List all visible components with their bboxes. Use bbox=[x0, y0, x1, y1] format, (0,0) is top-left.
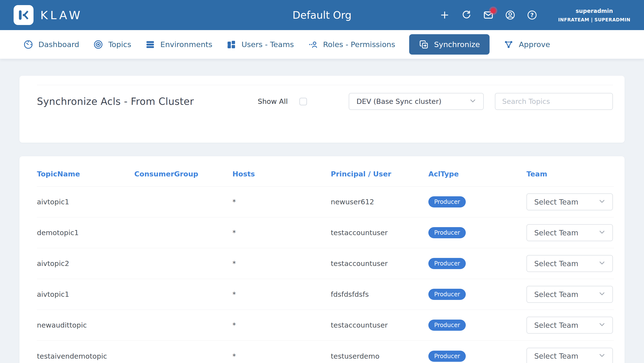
profile-icon[interactable] bbox=[504, 9, 516, 21]
cell-team: Select Team bbox=[526, 348, 614, 363]
topbar-actions: ? superadmin INFRATEAM | SUPERADMIN bbox=[439, 8, 630, 22]
table-row: aivtopic1 * fdsfdsfdsfs Producer Select … bbox=[37, 279, 614, 310]
team-select[interactable]: Select Team bbox=[526, 193, 613, 210]
cell-hosts: * bbox=[232, 321, 331, 329]
refresh-icon[interactable] bbox=[461, 9, 472, 21]
user-role: INFRATEAM | SUPERADMIN bbox=[558, 17, 630, 22]
sync-toolbar-card: Synchronize Acls - From Cluster Show All… bbox=[20, 76, 624, 143]
team-select-value: Select Team bbox=[534, 229, 578, 237]
chevron-down-icon bbox=[598, 259, 606, 269]
team-select-value: Select Team bbox=[534, 198, 578, 206]
nav-label: Synchronize bbox=[434, 40, 480, 49]
roles-permissions-icon bbox=[308, 39, 318, 49]
cell-hosts: * bbox=[232, 198, 331, 206]
col-topic-name: TopicName bbox=[37, 170, 134, 178]
cell-team: Select Team bbox=[526, 286, 614, 303]
acl-type-badge: Producer bbox=[428, 227, 466, 238]
nav-item-users-teams[interactable]: Users - Teams bbox=[226, 39, 294, 49]
acl-type-badge: Producer bbox=[428, 258, 466, 269]
nav-item-approve[interactable]: Approve bbox=[504, 39, 550, 49]
cell-principal: testaccountuser bbox=[331, 259, 428, 268]
cluster-select-value: DEV (Base Sync cluster) bbox=[356, 97, 442, 105]
nav-item-environments[interactable]: Environments bbox=[145, 39, 212, 49]
cell-hosts: * bbox=[232, 259, 331, 268]
cell-hosts: * bbox=[232, 229, 331, 237]
acl-table-card: TopicName ConsumerGroup Hosts Principal … bbox=[20, 156, 624, 363]
nav-label: Users - Teams bbox=[242, 40, 294, 49]
table-row: aivtopic2 * testaccountuser Producer Sel… bbox=[37, 248, 614, 279]
nav-item-roles-permissions[interactable]: Roles - Permissions bbox=[308, 39, 395, 49]
cell-principal: testaccountuser bbox=[331, 321, 428, 329]
nav-label: Topics bbox=[108, 40, 131, 49]
nav-label: Environments bbox=[160, 40, 212, 49]
show-all-checkbox[interactable] bbox=[300, 98, 307, 105]
svg-text:?: ? bbox=[530, 12, 534, 18]
topics-icon bbox=[93, 39, 103, 49]
table-header-row: TopicName ConsumerGroup Hosts Principal … bbox=[37, 170, 614, 187]
team-select[interactable]: Select Team bbox=[526, 317, 613, 334]
cell-acl-type: Producer bbox=[428, 258, 526, 269]
user-block[interactable]: superadmin INFRATEAM | SUPERADMIN bbox=[558, 8, 630, 22]
cell-acl-type: Producer bbox=[428, 320, 526, 331]
cluster-select[interactable]: DEV (Base Sync cluster) bbox=[349, 93, 484, 110]
col-acl-type: AclType bbox=[428, 170, 526, 178]
brand: KLAW bbox=[14, 5, 82, 25]
chevron-down-icon bbox=[598, 197, 606, 207]
add-icon[interactable] bbox=[439, 9, 450, 21]
team-select-value: Select Team bbox=[534, 352, 578, 360]
team-select[interactable]: Select Team bbox=[526, 255, 613, 272]
users-teams-icon bbox=[226, 39, 236, 49]
team-select-value: Select Team bbox=[534, 290, 578, 299]
cell-acl-type: Producer bbox=[428, 227, 526, 238]
acl-type-badge: Producer bbox=[428, 351, 466, 362]
notification-badge bbox=[489, 6, 497, 15]
team-select[interactable]: Select Team bbox=[526, 286, 613, 303]
mail-icon[interactable] bbox=[483, 9, 494, 21]
team-select[interactable]: Select Team bbox=[526, 224, 613, 241]
top-header: KLAW Default Org bbox=[0, 0, 644, 30]
nav-item-dashboard[interactable]: Dashboard bbox=[23, 39, 79, 49]
cell-principal: fdsfdsfdsfs bbox=[331, 290, 428, 299]
klaw-logo-icon[interactable] bbox=[14, 5, 34, 25]
chevron-down-icon bbox=[469, 97, 477, 106]
cell-topic-name: aivtopic2 bbox=[37, 259, 134, 268]
cell-principal: testaccountuser bbox=[331, 229, 428, 237]
col-principal: Principal / User bbox=[331, 170, 428, 178]
table-row: aivtopic1 * newuser612 Producer Select T… bbox=[37, 187, 614, 217]
cell-acl-type: Producer bbox=[428, 289, 526, 300]
acl-type-badge: Producer bbox=[428, 289, 466, 300]
nav-label: Dashboard bbox=[38, 40, 79, 49]
nav-label: Roles - Permissions bbox=[323, 40, 395, 49]
col-team: Team bbox=[526, 170, 614, 178]
cell-topic-name: testaivendemotopic bbox=[37, 352, 134, 360]
brand-name: KLAW bbox=[40, 8, 82, 22]
cell-topic-name: demotopic1 bbox=[37, 229, 134, 237]
main-nav: Dashboard Topics Environments bbox=[0, 30, 644, 59]
cell-topic-name: aivtopic1 bbox=[37, 290, 134, 299]
chevron-down-icon bbox=[598, 351, 606, 361]
page-title: Synchronize Acls - From Cluster bbox=[37, 96, 258, 107]
nav-item-topics[interactable]: Topics bbox=[93, 39, 131, 49]
cell-principal: newuser612 bbox=[331, 198, 428, 206]
team-select[interactable]: Select Team bbox=[526, 348, 613, 363]
chevron-down-icon bbox=[598, 320, 606, 330]
chevron-down-icon bbox=[598, 228, 606, 238]
nav-item-synchronize[interactable]: Synchronize bbox=[409, 34, 490, 55]
cell-topic-name: aivtopic1 bbox=[37, 198, 134, 206]
environments-icon bbox=[145, 39, 155, 49]
show-all-group: Show All bbox=[258, 97, 307, 105]
table-row: testaivendemotopic * testuserdemo Produc… bbox=[37, 341, 614, 363]
org-title: Default Org bbox=[292, 9, 352, 21]
cell-hosts: * bbox=[232, 290, 331, 299]
approve-icon bbox=[504, 39, 514, 49]
main-content: Synchronize Acls - From Cluster Show All… bbox=[0, 59, 644, 363]
table-row: demotopic1 * testaccountuser Producer Se… bbox=[37, 217, 614, 248]
nav-label: Approve bbox=[519, 40, 550, 49]
acl-type-badge: Producer bbox=[428, 196, 466, 207]
show-all-label: Show All bbox=[258, 97, 288, 105]
team-select-value: Select Team bbox=[534, 321, 578, 330]
search-topics-input[interactable] bbox=[495, 93, 613, 110]
help-icon[interactable]: ? bbox=[526, 9, 538, 21]
col-consumer-group: ConsumerGroup bbox=[134, 170, 232, 178]
cell-acl-type: Producer bbox=[428, 351, 526, 362]
